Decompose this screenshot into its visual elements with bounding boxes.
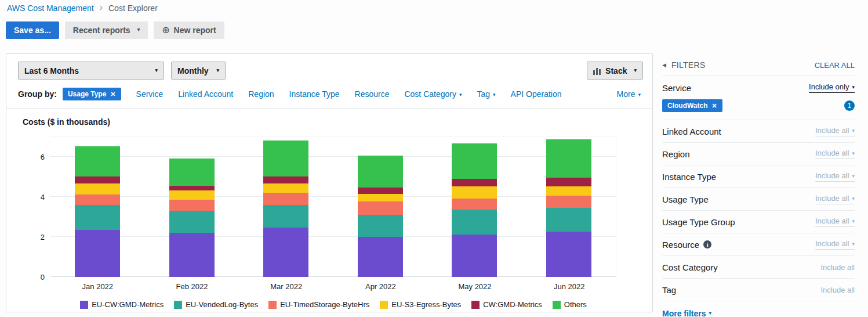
group-by-link-instance-type[interactable]: Instance Type bbox=[289, 89, 340, 99]
time-range-select[interactable]: Last 6 Months ▾ bbox=[18, 62, 164, 80]
filter-label-wrap: Instance Type bbox=[662, 172, 716, 182]
chevron-down-icon: ▾ bbox=[852, 84, 855, 90]
more-filters-link[interactable]: More filters▾ bbox=[662, 301, 711, 317]
bar-segment-eu-vendedlog-bytes[interactable] bbox=[75, 205, 120, 230]
bar-segment-eu-timedstorage-bytehrs[interactable] bbox=[75, 194, 120, 204]
chevron-down-icon: ▾ bbox=[638, 92, 641, 98]
bar-segment-eu-vendedlog-bytes[interactable] bbox=[169, 211, 215, 233]
bar-segment-others[interactable] bbox=[452, 143, 497, 179]
group-by-link-api-operation[interactable]: API Operation bbox=[511, 89, 562, 99]
bar-slot bbox=[239, 136, 333, 277]
bar-segment-others[interactable] bbox=[263, 141, 308, 176]
group-by-more-link[interactable]: More▾ bbox=[617, 89, 641, 99]
filter-label: Usage Type Group bbox=[662, 217, 735, 227]
bar-segment-eu-cw-gmd-metrics[interactable] bbox=[169, 233, 215, 277]
bar-segment-cw-gmd-metrics[interactable] bbox=[263, 176, 308, 183]
bar-segment-cw-gmd-metrics[interactable] bbox=[546, 178, 591, 187]
filter-rows: Linked AccountInclude all▾RegionInclude … bbox=[662, 120, 855, 301]
group-by-link-tag[interactable]: Tag▾ bbox=[477, 89, 495, 99]
chevron-down-icon: ▾ bbox=[216, 67, 219, 73]
bar-segment-eu-s3-egress-bytes[interactable] bbox=[452, 186, 497, 199]
bar-segment-eu-timedstorage-bytehrs[interactable] bbox=[452, 199, 497, 210]
bar-segment-eu-s3-egress-bytes[interactable] bbox=[263, 183, 308, 193]
bar-segment-eu-s3-egress-bytes[interactable] bbox=[546, 186, 591, 196]
bar-segment-eu-s3-egress-bytes[interactable] bbox=[358, 194, 403, 202]
bar-segment-cw-gmd-metrics[interactable] bbox=[358, 188, 403, 193]
filter-value-dropdown[interactable]: Include all▾ bbox=[815, 239, 855, 250]
bar-segment-others[interactable] bbox=[546, 139, 591, 178]
filter-value-dropdown[interactable]: Include all▾ bbox=[815, 194, 855, 204]
bar-segment-cw-gmd-metrics[interactable] bbox=[169, 186, 215, 191]
filter-value-dropdown: Include all bbox=[820, 286, 855, 294]
group-by-link-linked-account[interactable]: Linked Account bbox=[178, 89, 233, 99]
legend-swatch bbox=[80, 301, 88, 309]
group-by-link-service[interactable]: Service bbox=[136, 89, 164, 99]
close-icon[interactable]: ✕ bbox=[110, 91, 115, 98]
bar-segment-eu-vendedlog-bytes[interactable] bbox=[358, 215, 403, 237]
filter-value-dropdown[interactable]: Include all▾ bbox=[815, 217, 855, 227]
bar-segment-eu-s3-egress-bytes[interactable] bbox=[169, 190, 215, 200]
chevron-down-icon: ▾ bbox=[137, 27, 140, 33]
save-as-button[interactable]: Save as... bbox=[6, 21, 59, 39]
recent-reports-button[interactable]: Recent reports▾ bbox=[65, 21, 148, 39]
legend-item-others[interactable]: Others bbox=[553, 300, 587, 309]
bar-segment-eu-timedstorage-bytehrs[interactable] bbox=[546, 196, 591, 208]
info-icon[interactable]: i bbox=[703, 240, 711, 248]
bar-segment-eu-timedstorage-bytehrs[interactable] bbox=[169, 200, 215, 211]
filter-value-dropdown[interactable]: Include all▾ bbox=[815, 149, 855, 159]
bar-segment-others[interactable] bbox=[358, 156, 403, 188]
legend-label: EU-CW:GMD-Metrics bbox=[92, 300, 164, 309]
filter-chip-cloudwatch[interactable]: CloudWatch ✕ bbox=[662, 99, 722, 112]
bar-segment-eu-timedstorage-bytehrs[interactable] bbox=[358, 201, 403, 214]
bar-segment-others[interactable] bbox=[75, 146, 120, 176]
bar-segment-eu-cw-gmd-metrics[interactable] bbox=[452, 235, 497, 277]
legend-item-cw-gmd-metrics[interactable]: CW:GMD-Metrics bbox=[471, 300, 542, 309]
bar-segment-eu-cw-gmd-metrics[interactable] bbox=[263, 228, 308, 277]
chevron-down-icon: ▾ bbox=[459, 92, 462, 98]
legend-swatch bbox=[174, 301, 182, 309]
legend-item-eu-timedstorage-bytehrs[interactable]: EU-TimedStorage-ByteHrs bbox=[268, 300, 369, 309]
bar-segment-eu-vendedlog-bytes[interactable] bbox=[263, 205, 308, 228]
breadcrumb-link-cost-management[interactable]: AWS Cost Management bbox=[7, 3, 94, 13]
bar-segment-eu-cw-gmd-metrics[interactable] bbox=[75, 230, 120, 277]
bar-segment-eu-vendedlog-bytes[interactable] bbox=[452, 210, 497, 235]
chevron-down-icon: ▾ bbox=[155, 67, 158, 73]
bar-segment-others[interactable] bbox=[169, 158, 215, 186]
service-include-dropdown[interactable]: Include only▾ bbox=[809, 82, 855, 93]
legend-item-eu-cw-gmd-metrics[interactable]: EU-CW:GMD-Metrics bbox=[80, 300, 164, 309]
granularity-select[interactable]: Monthly ▾ bbox=[171, 62, 226, 80]
bar-segment-eu-cw-gmd-metrics[interactable] bbox=[546, 232, 591, 277]
group-by-chip-usage-type[interactable]: Usage Type ✕ bbox=[63, 88, 121, 100]
stacked-bar-chart: 0246 Jan 2022Feb 2022Mar 2022Apr 2022May… bbox=[50, 136, 616, 309]
filter-label: Linked Account bbox=[662, 127, 721, 136]
group-by-link-region[interactable]: Region bbox=[248, 89, 274, 99]
close-icon[interactable]: ✕ bbox=[712, 102, 717, 110]
filter-value-dropdown[interactable]: Include all▾ bbox=[815, 126, 855, 136]
legend-item-eu-vendedlog-bytes[interactable]: EU-VendedLog-Bytes bbox=[174, 300, 258, 309]
bar-segment-eu-s3-egress-bytes[interactable] bbox=[75, 183, 120, 194]
clear-all-link[interactable]: CLEAR ALL bbox=[815, 61, 855, 70]
bar-segment-eu-timedstorage-bytehrs[interactable] bbox=[263, 193, 308, 205]
more-filters-label: More filters bbox=[662, 309, 706, 317]
stacked-bar-apr-2022 bbox=[358, 136, 403, 277]
legend-swatch bbox=[553, 301, 561, 309]
chart-xlabels: Jan 2022Feb 2022Mar 2022Apr 2022May 2022… bbox=[50, 277, 616, 291]
filter-label: Region bbox=[662, 149, 690, 159]
y-axis-tick: 0 bbox=[41, 273, 45, 282]
bar-segment-eu-vendedlog-bytes[interactable] bbox=[546, 208, 591, 232]
bar-segment-cw-gmd-metrics[interactable] bbox=[75, 176, 120, 183]
bar-segment-cw-gmd-metrics[interactable] bbox=[452, 179, 497, 187]
group-by-link-resource[interactable]: Resource bbox=[355, 89, 390, 99]
chart-style-value: Stack bbox=[605, 66, 627, 75]
new-report-button[interactable]: ⊕New report bbox=[154, 21, 224, 39]
collapse-left-icon[interactable]: ◀ bbox=[662, 62, 666, 68]
filter-value-dropdown[interactable]: Include all▾ bbox=[815, 171, 855, 182]
chart-legend: EU-CW:GMD-MetricsEU-VendedLog-BytesEU-Ti… bbox=[50, 300, 616, 309]
legend-item-eu-s3-egress-bytes[interactable]: EU-S3-Egress-Bytes bbox=[380, 300, 461, 309]
filter-label: Tag bbox=[662, 285, 676, 295]
filters-sidebar: ◀ FILTERS CLEAR ALL Service Include only… bbox=[662, 60, 855, 317]
chart-style-select[interactable]: Stack ▾ bbox=[587, 62, 643, 80]
new-report-label: New report bbox=[174, 26, 216, 35]
group-by-link-cost-category[interactable]: Cost Category▾ bbox=[404, 89, 462, 99]
bar-segment-eu-cw-gmd-metrics[interactable] bbox=[358, 237, 403, 277]
